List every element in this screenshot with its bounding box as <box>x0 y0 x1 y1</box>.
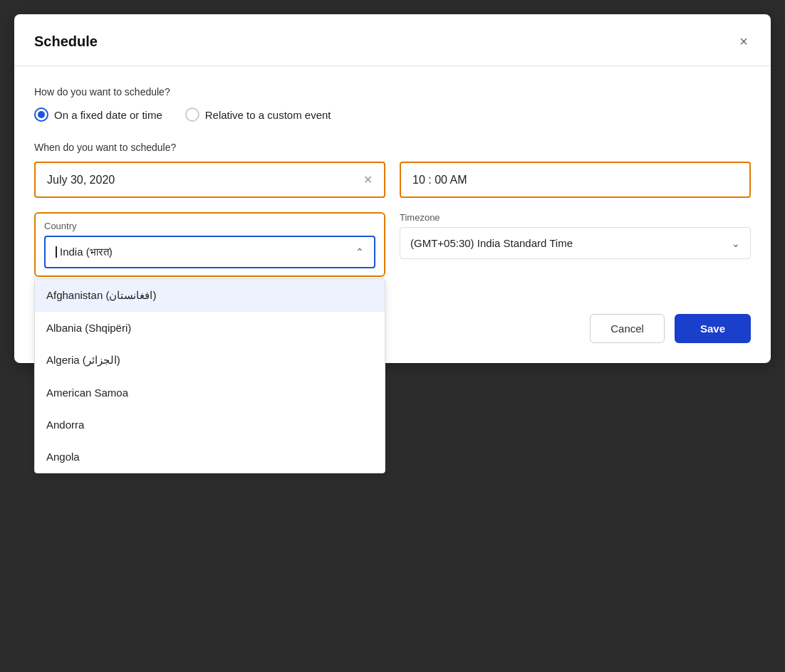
timezone-section: Timezone (GMT+05:30) India Standard Time… <box>400 212 751 259</box>
dropdown-item-2[interactable]: Algeria (الجزائر) <box>35 344 385 377</box>
dropdown-item-0[interactable]: Afghanistan (افغانستان) <box>35 279 385 312</box>
dropdown-item-1[interactable]: Albania (Shqipëri) <box>35 312 385 344</box>
dropdown-item-5[interactable]: Angola <box>35 441 385 473</box>
radio-custom-circle[interactable] <box>185 107 199 122</box>
radio-fixed[interactable]: On a fixed date or time <box>34 107 162 122</box>
date-time-row: July 30, 2020 ✕ 10 : 00 AM <box>34 162 751 198</box>
modal-title: Schedule <box>34 33 98 50</box>
country-section: Country India (भारत) ⌃ Afghanistan (افغا… <box>34 212 385 277</box>
radio-custom-label: Relative to a custom event <box>205 109 331 121</box>
timezone-label: Timezone <box>400 212 751 223</box>
timezone-value: (GMT+05:30) India Standard Time <box>410 237 573 249</box>
clear-date-icon[interactable]: ✕ <box>363 173 373 187</box>
schedule-question: How do you want to schedule? <box>34 86 751 98</box>
time-value: 10 : 00 AM <box>412 174 467 187</box>
country-dropdown: Afghanistan (افغانستان) Albania (Shqipër… <box>34 278 385 473</box>
modal-header: Schedule × <box>14 14 771 66</box>
time-field[interactable]: 10 : 00 AM <box>400 162 751 198</box>
modal-overlay: Schedule × How do you want to schedule? … <box>14 14 771 363</box>
close-button[interactable]: × <box>737 31 751 51</box>
country-timezone-row: Country India (भारत) ⌃ Afghanistan (افغا… <box>34 212 751 277</box>
when-question: When do you want to schedule? <box>34 142 751 153</box>
radio-fixed-label: On a fixed date or time <box>54 109 162 121</box>
radio-custom[interactable]: Relative to a custom event <box>185 107 331 122</box>
date-value: July 30, 2020 <box>47 174 115 187</box>
date-field[interactable]: July 30, 2020 ✕ <box>34 162 385 198</box>
timezone-select[interactable]: (GMT+05:30) India Standard Time ⌄ <box>400 227 751 259</box>
save-button[interactable]: Save <box>675 314 751 343</box>
country-outer: Country India (भारत) ⌃ <box>34 212 385 277</box>
modal-body: How do you want to schedule? On a fixed … <box>14 66 771 314</box>
country-value: India (भारत) <box>60 246 113 258</box>
country-label: Country <box>44 221 375 231</box>
cursor-bar <box>56 246 57 258</box>
schedule-modal: Schedule × How do you want to schedule? … <box>14 14 771 363</box>
chevron-down-icon[interactable]: ⌄ <box>732 238 740 249</box>
radio-fixed-circle[interactable] <box>34 107 48 122</box>
country-input[interactable]: India (भारत) ⌃ <box>44 236 375 268</box>
schedule-type-group: On a fixed date or time Relative to a cu… <box>34 107 751 122</box>
cancel-button[interactable]: Cancel <box>590 314 665 343</box>
country-input-text: India (भारत) <box>56 246 113 258</box>
dropdown-item-4[interactable]: Andorra <box>35 409 385 441</box>
chevron-up-icon[interactable]: ⌃ <box>355 246 364 258</box>
dropdown-item-3[interactable]: American Samoa <box>35 377 385 409</box>
